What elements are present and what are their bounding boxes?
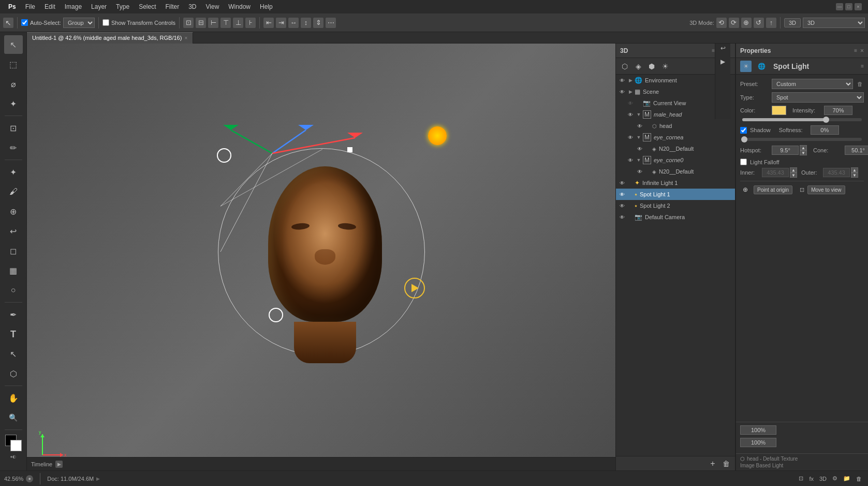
move-tool-icon[interactable]: ↖ [3,18,13,28]
intensity-slider-thumb[interactable] [823,117,829,123]
history-tool-btn[interactable]: ↩ [4,222,23,240]
eye-n20-1[interactable]: 👁 [636,145,644,153]
type-select[interactable]: Spot [772,92,864,103]
clone-tool-btn[interactable]: ⊕ [4,202,23,221]
3d-materials-icon-btn[interactable]: ◈ [632,61,644,72]
menu-type[interactable]: Type [112,2,134,11]
softness-input[interactable] [811,125,839,135]
distribute-middle-icon[interactable]: ⇕ [313,18,323,28]
props-panel-close-btn[interactable]: × [860,47,864,54]
preset-select[interactable]: Custom [772,79,853,89]
props-tab-light-icon[interactable]: ☀ [740,61,752,72]
tree-spot-light-2[interactable]: 👁 ⭑ Spot Light 2 [616,200,735,211]
intensity-slider[interactable] [742,118,862,121]
eye-eye-corneo[interactable]: 👁 [626,156,635,164]
maximize-btn[interactable]: □ [845,3,852,10]
minimize-btn[interactable]: — [836,3,843,10]
healing-tool-btn[interactable]: ✦ [4,163,23,181]
align-bottom-icon[interactable]: ⊦ [245,18,256,28]
menu-filter[interactable]: Filter [161,2,183,11]
add-light-btn[interactable]: + [707,458,718,469]
align-center-icon[interactable]: ⊟ [196,18,206,28]
path-select-btn[interactable]: ↖ [4,345,23,363]
props-panel-menu-btn[interactable]: ≡ [854,48,857,53]
mini-icon-5[interactable]: ▶ [717,56,729,67]
3d-rotate-icon[interactable]: ↺ [754,18,764,28]
eye-spot-light-2[interactable]: 👁 [618,202,626,210]
eyedropper-tool-btn[interactable]: ✏ [4,138,23,157]
distribute-bottom-icon[interactable]: ⋯ [326,18,336,28]
preset-delete-btn[interactable]: 🗑 [856,81,864,87]
expand-eye-corneo[interactable]: ▼ [636,157,642,163]
eye-spot-light-1[interactable]: 👁 [618,190,626,198]
pen-tool-btn[interactable]: ✒ [4,305,23,324]
canvas-background[interactable]: x y [27,44,615,470]
menu-select[interactable]: Select [135,2,160,11]
tree-eye-cornea[interactable]: 👁 ▼ M eye_cornea [616,132,735,143]
tree-eye-corneo[interactable]: 👁 ▼ M eye_corne0 [616,154,735,166]
menu-view[interactable]: View [202,2,224,11]
menu-edit[interactable]: Edit [40,2,60,11]
menu-3d[interactable]: 3D [184,2,200,11]
menu-ps[interactable]: Ps [4,2,20,11]
outer-up-btn[interactable]: ▲ [851,167,858,173]
3d-scene-icon-btn[interactable]: ⬡ [619,61,630,72]
dodge-tool-btn[interactable]: ○ [4,281,23,299]
outer-input[interactable] [823,168,850,177]
settings-icon-btn[interactable]: ⚙ [830,475,840,482]
tree-infinite-light-1[interactable]: 👁 ✦ Infinite Light 1 [616,177,735,189]
3d-icon-btn[interactable]: 3D [817,476,829,482]
tree-default-camera[interactable]: 👁 📷 Default Camera [616,211,735,223]
eye-environment[interactable]: 👁 [618,76,626,84]
background-color[interactable] [10,440,22,451]
tree-n20-default-2[interactable]: 👁 ◈ N20__Default [616,166,735,177]
expand-male-head[interactable]: ▼ [636,111,642,118]
crop-tool-btn[interactable]: ⊡ [4,119,23,137]
eye-eye-cornea[interactable]: 👁 [626,133,635,141]
handle-top-left[interactable] [217,148,231,163]
intensity-input[interactable] [824,106,852,115]
align-left-icon[interactable]: ⊡ [183,18,194,28]
cone-input[interactable] [845,146,868,155]
zoom-tool-btn[interactable]: 🔍 [4,408,23,427]
eraser-tool-btn[interactable]: ◻ [4,241,23,260]
3d-light-icon-btn[interactable]: ☀ [659,61,671,72]
inner-up-btn[interactable]: ▲ [790,167,797,173]
hand-tool-btn[interactable]: ✋ [4,389,23,407]
move-to-view-btn[interactable]: Move to view [807,185,845,194]
marquee-tool-btn[interactable]: ⬚ [4,55,23,74]
inner-input[interactable] [762,168,789,177]
hotspot-input[interactable] [772,146,799,155]
expand-environment[interactable]: ▶ [627,77,634,83]
sun-light-icon[interactable] [428,126,447,145]
distribute-right-icon[interactable]: ↔ [288,18,299,28]
doc-size-expand-btn[interactable]: ▶ [96,476,100,481]
softness-slider-thumb[interactable] [741,136,747,142]
fx-icon-btn[interactable]: fx [807,476,816,482]
3d-mesh-icon-btn[interactable]: ⬢ [646,61,657,72]
grid-icon-btn[interactable]: ⊡ [797,475,805,482]
play-icon-circle[interactable] [404,278,425,298]
align-right-icon[interactable]: ⊢ [208,18,218,28]
eye-default-camera[interactable]: 👁 [618,213,626,221]
eye-current-view[interactable]: 👁 [626,99,635,107]
tab-close-btn[interactable]: × [184,35,187,41]
props-more-btn[interactable]: ≡ [861,63,864,69]
shape-tool-btn[interactable]: ⬡ [4,364,23,383]
gradient-tool-btn[interactable]: ▦ [4,261,23,280]
menu-image[interactable]: Image [61,2,86,11]
menu-layer[interactable]: Layer [87,2,111,11]
hotspot-down-btn[interactable]: ▼ [800,150,807,155]
group-select-dropdown[interactable]: Group [63,18,95,28]
point-at-origin-btn[interactable]: Point at origin [754,185,792,194]
eye-male-head[interactable]: 👁 [626,110,635,119]
brush-tool-btn[interactable]: 🖌 [4,182,23,201]
eye-head[interactable]: 👁 [636,122,644,130]
eye-scene[interactable]: 👁 [618,88,626,96]
tree-n20-default-1[interactable]: 👁 ◈ N20__Default [616,143,735,154]
align-top-icon[interactable]: ⊤ [220,18,231,28]
menu-help[interactable]: Help [256,2,277,11]
circle-handle-top[interactable] [347,147,352,152]
3d-pan-icon[interactable]: ⟳ [729,18,739,28]
timeline-play-btn[interactable]: ▶ [55,461,63,468]
